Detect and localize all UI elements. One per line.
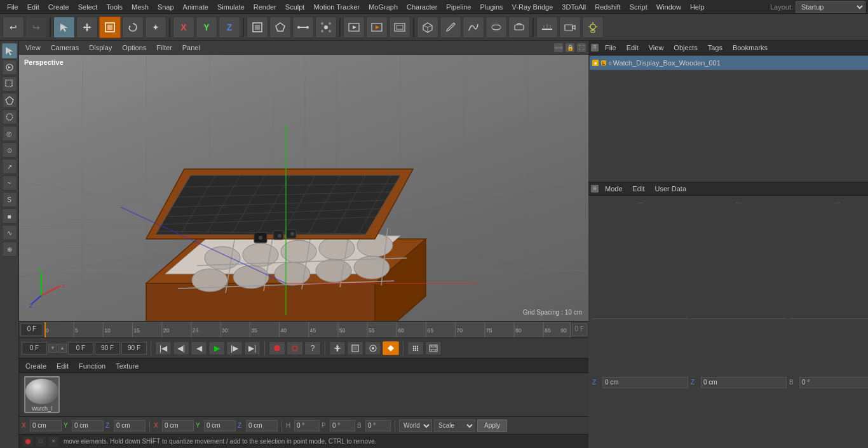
h-rotation-field[interactable] [294,420,320,431]
record-button[interactable] [269,341,285,355]
left-path-select[interactable]: ↗ [2,159,17,174]
mat-menu-texture[interactable]: Texture [113,361,141,371]
undo-button[interactable]: ↩ [3,17,24,38]
go-to-start-button[interactable]: |◀ [155,341,172,355]
layout-dropdown[interactable]: Startup [796,1,865,13]
menu-window[interactable]: Window [652,2,686,12]
menu-mesh[interactable]: Mesh [127,2,153,12]
y-size-field[interactable] [204,420,236,431]
menu-plugins[interactable]: Plugins [475,2,507,12]
left-loop-select[interactable]: ◎ [2,126,17,141]
light-button[interactable] [582,17,604,38]
prev-frame-button[interactable]: ◀| [173,341,189,355]
left-soft-select[interactable]: ~ [2,175,17,191]
next-frame-button[interactable]: |▶ [226,341,243,355]
obj-menu-tags[interactable]: Tags [704,43,726,53]
filmstrip-button[interactable] [425,341,442,355]
menu-snap[interactable]: Snap [153,2,179,12]
object-mode-button[interactable] [247,17,268,38]
mat-menu-create[interactable]: Create [23,361,49,371]
play-backward-button[interactable]: ◀ [191,341,207,355]
z-size-field[interactable] [246,420,278,431]
record-keyframe-button[interactable] [287,341,303,355]
menu-3dtoall[interactable]: 3DToAll [557,2,590,12]
vp-menu-options[interactable]: Options [118,43,150,53]
camera-button[interactable] [559,17,581,38]
menu-edit[interactable]: Edit [23,2,44,12]
move-3d-button[interactable] [329,341,346,355]
left-select-tool[interactable] [2,43,17,58]
pos-z-input[interactable] [602,377,688,388]
move-tool-button[interactable] [76,17,98,38]
playback-end1-frame[interactable] [95,342,120,355]
status-x-icon[interactable]: ✕ [48,437,58,447]
current-frame-display[interactable]: 0 F [20,323,43,336]
menu-create[interactable]: Create [44,2,74,12]
scale-3d-button[interactable] [347,341,363,355]
nurbs-button[interactable] [485,17,507,38]
left-rect-select[interactable] [2,76,17,92]
play-forward-button[interactable]: ▶ [208,341,225,355]
apply-button[interactable]: Apply [477,419,507,432]
scale-tool-button[interactable] [99,17,121,38]
dotmatrix-button[interactable] [407,341,424,355]
attr-menu-mode[interactable]: Mode [601,184,627,194]
vp-fullscreen-icon[interactable]: ⛶ [577,43,586,52]
object-row-watch-box[interactable]: ■ L 0 Watch_Display_Box_Wooden_001 [590,56,868,70]
playback-mid1-frame[interactable] [68,342,93,355]
vp-menu-display[interactable]: Display [85,43,116,53]
menu-select[interactable]: Select [74,2,102,12]
obj-menu-edit[interactable]: Edit [623,43,642,53]
menu-vray[interactable]: V-Ray Bridge [508,2,558,12]
timeline-ruler-area[interactable]: 0 5 10 15 20 25 30 35 [44,322,571,337]
left-ring-select[interactable]: ⊙ [2,142,17,158]
menu-sculpt[interactable]: Sculpt [281,2,309,12]
playback-start-frame[interactable] [22,342,47,355]
mat-menu-edit[interactable]: Edit [54,361,71,371]
transform-tool-button[interactable]: ✦ [145,17,166,38]
edge-mode-button[interactable] [292,17,314,38]
left-poly-select[interactable] [2,93,17,108]
menu-animate[interactable]: Animate [179,2,213,12]
frame-up-btn[interactable]: ▲ [58,344,67,353]
frame-down-btn[interactable]: ▼ [48,344,57,353]
menu-character[interactable]: Character [402,2,442,12]
go-to-end-button[interactable]: ▶| [244,341,261,355]
menu-render[interactable]: Render [249,2,281,12]
vp-move-icon[interactable]: ⟺ [554,43,563,52]
menu-pipeline[interactable]: Pipeline [442,2,475,12]
vp-lock-icon[interactable]: 🔒 [566,43,574,52]
obj-menu-objects[interactable]: Objects [670,43,701,53]
interactive-render[interactable] [366,17,388,38]
obj-menu-view[interactable]: View [645,43,668,53]
menu-motion-tracker[interactable]: Motion Tracker [309,2,364,12]
status-render-icon[interactable]: □ [36,437,46,447]
pen-button[interactable] [440,17,461,38]
p-rotation-field[interactable] [330,420,355,431]
left-smart-select[interactable]: S [2,192,17,207]
left-phong-break[interactable]: ∿ [2,225,17,240]
x-axis-button[interactable]: X [173,17,194,38]
obj-menu-bookmarks[interactable]: Bookmarks [729,43,771,53]
x-size-field[interactable] [162,420,194,431]
end-frame-display[interactable]: 0 F [572,323,587,336]
z-position-field[interactable] [114,420,146,431]
rotate-tool-button[interactable] [122,17,144,38]
vp-menu-cameras[interactable]: Cameras [47,43,83,53]
render-settings[interactable] [389,17,410,38]
redo-button[interactable]: ↪ [25,17,47,38]
vp-menu-filter[interactable]: Filter [153,43,175,53]
z-axis-button[interactable]: Z [219,17,240,38]
menu-script[interactable]: Script [625,2,652,12]
mat-menu-function[interactable]: Function [76,361,108,371]
attr-menu-edit[interactable]: Edit [629,184,649,194]
left-free-select[interactable] [2,109,17,125]
menu-simulate[interactable]: Simulate [213,2,249,12]
select-tool-button[interactable] [53,17,75,38]
spline-button[interactable] [463,17,484,38]
menu-help[interactable]: Help [686,2,709,12]
floor-button[interactable] [536,17,558,38]
menu-tools[interactable]: Tools [102,2,127,12]
material-swatch[interactable]: Watch_l [24,376,60,413]
vp-menu-view[interactable]: View [22,43,44,53]
